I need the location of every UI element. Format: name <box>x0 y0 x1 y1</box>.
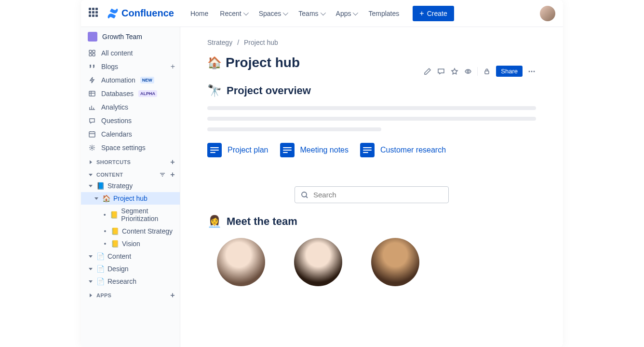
svg-rect-3 <box>93 54 95 56</box>
svg-rect-11 <box>89 132 95 137</box>
sidebar-section-shortcuts: SHORTCUTS + <box>81 154 180 167</box>
add-icon[interactable]: + <box>170 158 175 167</box>
page-icon <box>207 143 222 157</box>
page-emoji: 🏠 <box>102 194 110 202</box>
tree-item-content-strategy[interactable]: • 📒 Content Strategy <box>81 225 180 237</box>
add-icon[interactable]: + <box>170 291 175 300</box>
edit-icon[interactable] <box>423 67 432 76</box>
space-icon <box>88 32 97 42</box>
sidebar-item-all-content[interactable]: All content <box>81 46 180 60</box>
breadcrumb: Strategy / Project hub <box>207 39 536 46</box>
sidebar-item-analytics[interactable]: Analytics <box>81 100 180 114</box>
nav-home[interactable]: Home <box>186 7 213 20</box>
filter-icon[interactable] <box>160 172 165 178</box>
nav-recent[interactable]: Recent <box>215 7 252 20</box>
breadcrumb-parent[interactable]: Strategy <box>207 39 232 46</box>
nav-apps[interactable]: Apps <box>331 7 362 20</box>
tree-item-vision[interactable]: • 📒 Vision <box>81 237 180 250</box>
confluence-logo[interactable]: Confluence <box>107 8 174 19</box>
page-emoji: 📄 <box>96 278 105 285</box>
add-icon[interactable]: + <box>171 62 175 71</box>
page-emoji: 📄 <box>96 252 105 260</box>
comment-icon <box>88 117 96 125</box>
disclosure-icon[interactable] <box>88 172 94 178</box>
skeleton-line <box>207 106 536 110</box>
bullet-icon: • <box>102 240 108 248</box>
skeleton-line <box>207 127 381 131</box>
page-emoji: 📒 <box>111 240 119 248</box>
team-member-avatar[interactable] <box>217 238 265 286</box>
tree-item-project-hub[interactable]: 🏠 Project hub <box>81 192 180 205</box>
plus-icon: + <box>419 10 424 17</box>
database-icon <box>88 90 96 97</box>
sidebar-item-automation[interactable]: Automation NEW <box>81 73 180 87</box>
sidebar-item-blogs[interactable]: Blogs + <box>81 60 180 73</box>
tree-item-design[interactable]: 📄 Design <box>81 263 180 275</box>
tree-item-content[interactable]: 📄 Content <box>81 250 180 263</box>
alpha-badge: ALPHA <box>138 90 157 97</box>
main-content: Strategy / Project hub Share 🏠 Project h… <box>180 27 563 347</box>
page-icon <box>360 143 375 157</box>
tree-item-research[interactable]: 📄 Research <box>81 275 180 288</box>
app-switcher-icon[interactable] <box>89 8 100 19</box>
nav-teams[interactable]: Teams <box>294 7 329 20</box>
page-emoji: 📄 <box>96 265 105 273</box>
skeleton-line <box>207 117 536 121</box>
svg-point-23 <box>534 70 535 72</box>
section-emoji: 👩‍💼 <box>207 215 222 228</box>
chevron-down-icon <box>243 10 248 15</box>
page-title-emoji: 🏠 <box>207 56 222 69</box>
sidebar-item-calendars[interactable]: Calendars <box>81 127 180 141</box>
nav-spaces[interactable]: Spaces <box>254 7 292 20</box>
search-input[interactable] <box>313 191 443 199</box>
bolt-icon <box>88 76 96 84</box>
team-row <box>207 238 536 286</box>
tree-item-strategy[interactable]: 📘 Strategy <box>81 180 180 192</box>
profile-avatar[interactable] <box>540 6 555 21</box>
svg-line-25 <box>306 196 308 198</box>
sidebar-section-content: CONTENT + <box>81 167 180 180</box>
add-icon[interactable]: + <box>170 170 175 179</box>
disclosure-icon[interactable] <box>88 183 94 189</box>
comment-icon[interactable] <box>437 67 445 76</box>
card-customer-research[interactable]: Customer research <box>360 143 446 157</box>
section-emoji: 🔭 <box>207 84 222 97</box>
page-emoji: 📘 <box>96 182 105 190</box>
nav-templates[interactable]: Templates <box>363 7 404 20</box>
sidebar-item-questions[interactable]: Questions <box>81 114 180 127</box>
sidebar: Growth Team All content Blogs + Automati… <box>81 27 180 347</box>
card-project-plan[interactable]: Project plan <box>207 143 268 157</box>
disclosure-icon[interactable] <box>88 266 94 272</box>
more-icon[interactable] <box>527 67 536 76</box>
sidebar-item-space-settings[interactable]: Space settings <box>81 141 180 154</box>
svg-point-22 <box>531 70 533 72</box>
top-navigation: Confluence Home Recent Spaces Teams Apps… <box>81 0 563 27</box>
lock-icon[interactable] <box>483 67 491 76</box>
svg-point-21 <box>529 70 530 72</box>
chevron-down-icon <box>320 10 325 15</box>
disclosure-icon[interactable] <box>88 159 94 165</box>
team-member-avatar[interactable] <box>294 238 342 286</box>
share-button[interactable]: Share <box>496 66 523 77</box>
svg-point-24 <box>302 192 307 197</box>
tree-item-segment-prioritization[interactable]: • 📒 Segment Prioritization <box>81 205 180 225</box>
disclosure-icon[interactable] <box>88 292 94 298</box>
breadcrumb-current: Project hub <box>244 39 278 46</box>
disclosure-icon[interactable] <box>88 278 94 284</box>
page-icon <box>280 143 295 157</box>
disclosure-icon[interactable] <box>88 253 94 259</box>
bullet-icon: • <box>102 211 107 219</box>
sidebar-item-databases[interactable]: Databases ALPHA <box>81 87 180 100</box>
sidebar-section-apps: APPS + <box>81 288 180 300</box>
watch-icon[interactable] <box>464 67 472 76</box>
disclosure-icon[interactable] <box>94 195 99 201</box>
team-member-avatar[interactable] <box>371 238 419 286</box>
space-header[interactable]: Growth Team <box>81 27 180 46</box>
page-emoji: 📒 <box>110 211 118 219</box>
create-button[interactable]: + Create <box>413 6 454 21</box>
product-name: Confluence <box>121 8 174 19</box>
search-box[interactable] <box>295 186 449 203</box>
card-meeting-notes[interactable]: Meeting notes <box>280 143 349 157</box>
page-actions: Share <box>423 66 536 77</box>
star-icon[interactable] <box>450 67 459 76</box>
